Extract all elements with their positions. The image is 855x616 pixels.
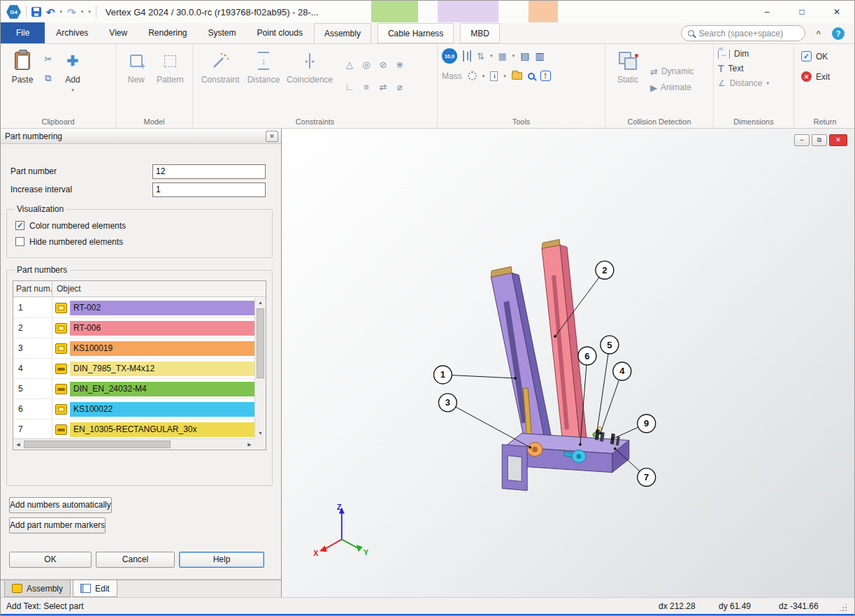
swap-constraint-icon[interactable]: ⇄ [380,82,387,92]
tab-archives[interactable]: Archives [46,23,98,43]
add-button[interactable]: ✚ Add ▾ [57,48,89,111]
part-number-input[interactable] [152,164,266,179]
dim-button[interactable]: ↔ Dim [718,49,793,59]
checkbox[interactable] [15,237,24,246]
text-button[interactable]: T Text [718,63,793,74]
mass-value-icon[interactable]: 10,0 [442,48,457,64]
resize-grip[interactable] [839,598,849,614]
search-input[interactable]: Search (space+space) [681,25,805,41]
3d-viewport[interactable]: – ⧉ ✕ [282,129,854,597]
panel-list-icon[interactable]: ▥ [535,50,544,62]
table-dropdown-icon[interactable]: ▾ [512,53,515,59]
new-button[interactable]: New [120,48,152,111]
parallel-constraint-icon[interactable]: ≡ [364,82,369,92]
dialog-title-bar[interactable]: Part numbering ✕ [1,129,281,144]
ok-ribbon-button[interactable]: ✓ OK [801,51,855,62]
column-header-part-number[interactable]: Part num... [13,281,52,296]
info-document-icon[interactable] [490,71,498,81]
static-collision-button[interactable]: Static [612,48,643,111]
tangent-constraint-icon[interactable]: ⌀ [397,82,403,92]
increase-interval-input[interactable] [152,182,266,197]
renumber-dropdown-icon[interactable]: ▾ [490,53,493,59]
part-row-1[interactable]: 1RT-002 [13,298,254,318]
tools-gear-icon[interactable] [468,71,477,80]
reference-frame-icon[interactable] [463,50,471,62]
part-row-5[interactable]: 5DIN_EN_24032-M4 [13,379,254,399]
part-row-4[interactable]: 4DIN_7985_TX-M4x12 [13,359,254,379]
gear-dropdown-icon[interactable]: ▾ [482,73,485,79]
column-header-object[interactable]: Object [52,281,266,296]
animate-collision-button[interactable]: ▶ Animate [650,83,694,93]
exit-ribbon-button[interactable]: ✕ Exit [801,71,855,82]
part-row-6[interactable]: 6KS100022 [13,399,254,420]
part-row-2[interactable]: 2RT-006 [13,318,254,338]
assembly-scene[interactable]: Z X Y 12345697 [282,129,854,597]
tab-assembly[interactable]: Assembly [314,23,371,43]
table-header[interactable]: Part num... Object [13,281,266,297]
copy-icon[interactable]: ⧉ [45,73,51,84]
inspect-icon[interactable] [528,73,535,80]
distance-dropdown-icon[interactable]: ▾ [766,80,769,86]
paste-button[interactable]: Paste [5,48,40,111]
tab-system[interactable]: System [199,23,246,43]
checkbox-row[interactable]: Hide numbered elements [15,236,264,248]
horizontal-scrollbar[interactable]: ◀ ▶ [13,438,254,450]
cancel-button[interactable]: Cancel [96,552,175,568]
close-button[interactable]: ✕ [819,1,854,22]
document-dropdown-icon[interactable]: ▾ [503,73,506,79]
table-icon[interactable]: ▦ [498,51,506,62]
dynamic-collision-button[interactable]: ⇄ Dynamic [650,66,694,77]
constraint-button[interactable]: Constraint [197,48,243,111]
symmetry-constraint-icon[interactable]: ⋇ [396,59,404,70]
concentric-constraint-icon[interactable]: ◎ [362,59,370,70]
distance-dimension-button[interactable]: ∠ Distance ▾ [718,78,793,88]
part-row-7[interactable]: 7EN_10305-RECTANGULAR_30x [13,420,254,438]
collapse-ribbon-icon[interactable]: ^ [817,29,821,38]
help-icon[interactable]: ? [832,27,845,40]
app-logo-icon[interactable]: G4 [6,5,21,20]
mass-label[interactable]: Mass [442,71,462,81]
add-numbers-automatically-button[interactable]: Add numbers automatically [9,497,112,513]
scroll-up-icon[interactable]: ▲ [255,298,266,308]
tab-view[interactable]: View [99,23,137,43]
pattern-button[interactable]: Pattern [152,48,188,111]
no-rotation-constraint-icon[interactable]: ⊘ [380,59,387,70]
viewport-close-button[interactable]: ✕ [829,134,847,146]
minimize-button[interactable]: – [749,1,784,22]
tab-mbd[interactable]: MBD [460,23,500,43]
distance-constraint-button[interactable]: ↕ Distance [243,48,284,111]
ok-button[interactable]: OK [9,552,92,568]
tab-point-clouds[interactable]: Point clouds [247,23,312,43]
tab-cable-harness[interactable]: Cable Harness [378,23,454,43]
viewport-restore-button[interactable]: ⧉ [812,134,827,146]
cut-icon[interactable]: ✂ [45,54,52,64]
bottom-tab-edit[interactable]: Edit [73,580,117,597]
add-dropdown-icon[interactable]: ▾ [71,87,74,93]
scroll-right-icon[interactable]: ▶ [245,439,254,450]
redo-dropdown-icon[interactable]: ▾ [81,9,84,15]
redo-icon[interactable]: ↷ [67,7,76,17]
vertical-scroll-thumb[interactable] [257,308,264,378]
part-row-3[interactable]: 3KS100019 [13,338,254,359]
bottom-tab-assembly[interactable]: Assembly [4,580,71,597]
checkbox[interactable]: ✓ [15,221,24,230]
undo-dropdown-icon[interactable]: ▾ [60,9,63,15]
maximize-button[interactable]: □ [784,1,819,22]
scroll-left-icon[interactable]: ◀ [13,439,23,450]
panel-view-icon[interactable]: ▤ [520,50,529,62]
angle-constraint-icon[interactable]: △ [346,59,353,70]
save-icon[interactable] [31,7,41,17]
help-button[interactable]: Help [179,552,264,568]
scroll-down-icon[interactable]: ▼ [255,429,266,438]
tab-rendering[interactable]: Rendering [138,23,196,43]
vertical-scrollbar[interactable]: ▲ ▼ [254,298,266,438]
coincidence-button[interactable]: ▸◂ Coincidence [284,48,336,111]
undo-icon[interactable]: ↶ [46,7,55,17]
checkbox-row[interactable]: ✓Color numbered elements [15,220,264,231]
add-part-number-markers-button[interactable]: Add part number markers [9,517,106,533]
dialog-close-button[interactable]: ✕ [266,131,278,142]
tab-file[interactable]: File [1,22,45,43]
perpendicular-constraint-icon[interactable]: ∟ [345,82,354,92]
customize-toolbar-icon[interactable]: ▾ [88,9,91,15]
warning-icon[interactable]: ! [540,71,551,81]
